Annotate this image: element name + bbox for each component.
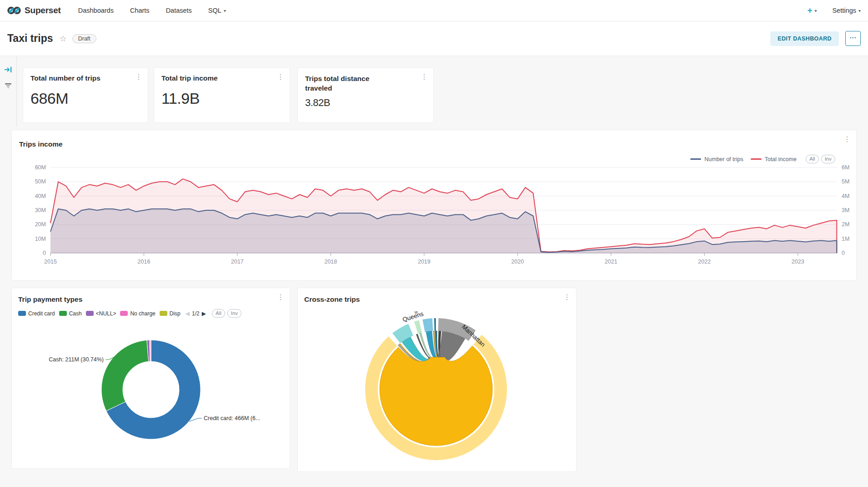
chevron-down-icon: ▾	[224, 8, 226, 13]
trip-payment-types-panel: Trip payment types ⋮ Credit card Cash <N…	[11, 288, 290, 469]
queens-label: Queens	[401, 310, 424, 323]
superset-infinity-icon	[7, 6, 21, 15]
kebab-menu-icon[interactable]: ⋮	[421, 73, 428, 81]
svg-text:4M: 4M	[842, 193, 849, 199]
draft-status-badge: Draft	[72, 34, 96, 43]
svg-text:2017: 2017	[231, 259, 244, 265]
small-zone-segment	[422, 318, 433, 332]
trips-income-chart-panel: Trips income ⋮ Number of trips Total inc…	[11, 130, 857, 281]
svg-text:0: 0	[43, 250, 46, 256]
superset-logo[interactable]: Superset	[7, 5, 61, 15]
nav-right: + ▾ Settings ▾	[807, 5, 861, 15]
svg-text:2016: 2016	[138, 259, 151, 265]
svg-text:20M: 20M	[35, 221, 46, 228]
svg-text:30M: 30M	[35, 207, 46, 213]
edit-dashboard-button[interactable]: EDIT DASHBOARD	[770, 31, 839, 46]
nav-dashboards[interactable]: Dashboards	[78, 7, 114, 14]
payment-types-donut-chart[interactable]: Cash: 211M (30.74%)Credit card: 466M (6.…	[12, 288, 291, 469]
small-zone-segment	[414, 320, 422, 334]
settings-menu[interactable]: Settings ▾	[833, 7, 861, 14]
svg-text:5M: 5M	[842, 178, 849, 185]
nav-charts[interactable]: Charts	[130, 7, 150, 14]
kpi-card-total-distance: Trips total distance traveled ⋮ 3.82B	[297, 67, 434, 123]
svg-text:60M: 60M	[35, 164, 46, 171]
slice-disp	[151, 340, 151, 361]
svg-text:2M: 2M	[842, 221, 849, 228]
slice-cash	[101, 340, 149, 411]
kpi-title: Total number of trips	[30, 74, 140, 82]
filter-icon[interactable]	[5, 83, 12, 89]
svg-text:2022: 2022	[698, 259, 711, 265]
svg-text:0: 0	[842, 250, 845, 256]
kpi-title: Trips total distance traveled	[305, 74, 396, 93]
small-zone-segment	[434, 318, 436, 331]
svg-text:2018: 2018	[324, 259, 337, 265]
nav-datasets[interactable]: Datasets	[166, 7, 192, 14]
collapsed-filter-bar	[0, 56, 17, 127]
kebab-menu-icon[interactable]: ⋮	[135, 73, 142, 81]
kpi-value: 686M	[30, 90, 140, 107]
nav-sql[interactable]: SQL ▾	[208, 7, 226, 14]
superset-dashboard: Superset Dashboards Charts Datasets SQL …	[0, 0, 868, 487]
more-options-button[interactable]: ···	[845, 31, 861, 46]
svg-text:10M: 10M	[35, 236, 46, 242]
kpi-value: 11.9B	[161, 90, 282, 107]
expand-filter-bar-icon[interactable]	[4, 66, 12, 73]
kebab-menu-icon[interactable]: ⋮	[277, 73, 284, 81]
cross-zone-trips-panel: Cross-zone trips ⋮ QueensManhattanle	[297, 288, 577, 472]
cash-callout-label: Cash: 211M (30.74%)	[49, 356, 104, 363]
top-navbar: Superset Dashboards Charts Datasets SQL …	[0, 0, 868, 21]
brand-name: Superset	[25, 5, 61, 15]
svg-text:2021: 2021	[605, 259, 617, 265]
page-title: Taxi trips	[7, 32, 53, 45]
kpi-title: Total trip income	[161, 74, 282, 82]
main-zone-chord-mass	[380, 346, 492, 446]
chevron-down-icon: ▾	[815, 8, 817, 13]
svg-text:2015: 2015	[44, 259, 57, 265]
svg-text:6M: 6M	[842, 164, 849, 171]
cross-zone-chord-chart[interactable]: QueensManhattanle	[298, 288, 577, 472]
svg-text:40M: 40M	[35, 193, 46, 199]
chevron-down-icon: ▾	[858, 8, 861, 13]
svg-text:2019: 2019	[418, 259, 431, 265]
add-new-button[interactable]: + ▾	[807, 5, 817, 15]
credit-card-callout-label: Credit card: 466M (6...	[204, 415, 260, 421]
svg-text:1M: 1M	[842, 236, 849, 242]
trips-income-area-chart[interactable]: 60M6M50M5M40M4M30M3M20M2M10M1M0020152016…	[12, 130, 857, 281]
svg-text:2020: 2020	[511, 259, 524, 265]
svg-text:3M: 3M	[842, 207, 849, 213]
kpi-value: 3.82B	[305, 97, 426, 109]
kpi-card-total-trips: Total number of trips ⋮ 686M	[23, 67, 148, 123]
dashboard-header: Taxi trips ☆ Draft EDIT DASHBOARD ···	[0, 21, 868, 56]
favorite-star-icon[interactable]: ☆	[60, 34, 67, 44]
kpi-card-trip-income: Total trip income ⋮ 11.9B	[154, 67, 290, 123]
svg-text:50M: 50M	[35, 178, 46, 185]
nav-items: Dashboards Charts Datasets SQL ▾	[78, 7, 226, 14]
svg-text:2023: 2023	[792, 259, 804, 265]
